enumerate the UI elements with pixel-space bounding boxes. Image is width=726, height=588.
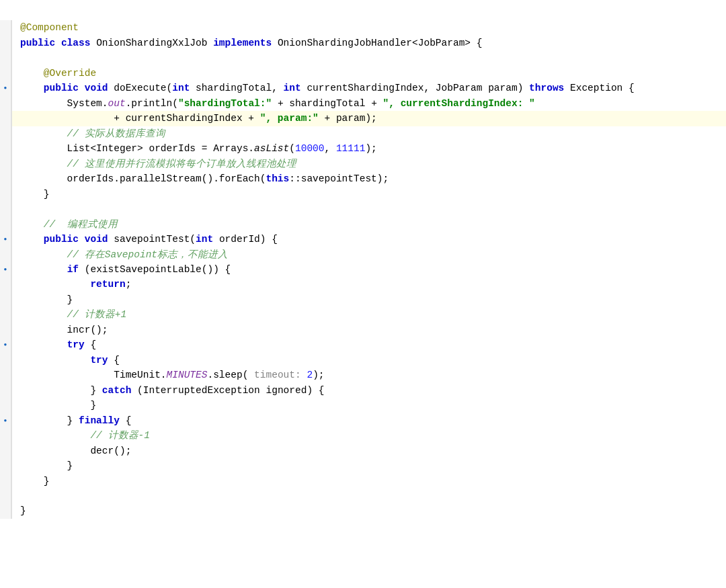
- code-token: );: [365, 141, 376, 156]
- code-token: OnionShardingJobHandler<JobParam> {: [272, 36, 482, 50]
- code-line: @Component: [0, 20, 726, 35]
- line-gutter: [0, 474, 12, 489]
- line-content: @Override: [12, 66, 726, 81]
- code-token: }: [20, 503, 26, 518]
- code-line: List<Integer> orderIds = Arrays.asList(1…: [0, 141, 726, 156]
- code-token: try: [90, 353, 108, 368]
- code-token: savepointTest(: [108, 232, 196, 247]
- code-line: return;: [0, 277, 726, 292]
- code-token: (existSavepointLable()) {: [79, 262, 231, 277]
- code-token: ;: [126, 277, 132, 292]
- code-token: {: [85, 337, 96, 352]
- code-token: incr();: [20, 323, 108, 337]
- line-gutter: [0, 428, 12, 443]
- code-token: Exception {: [564, 81, 634, 95]
- line-content: return;: [12, 277, 726, 292]
- code-token: @Component: [20, 20, 79, 35]
- code-token: ,: [325, 141, 336, 156]
- code-line: }: [0, 187, 726, 202]
- code-token: int: [172, 81, 190, 95]
- code-token: "shardingTotal:": [178, 96, 272, 111]
- code-line: // 存在Savepoint标志，不能进入: [0, 247, 726, 262]
- code-token: {: [120, 413, 131, 428]
- code-token: );: [313, 368, 324, 382]
- line-gutter: [0, 20, 12, 35]
- line-gutter: [0, 157, 12, 171]
- code-token: 2: [307, 368, 313, 382]
- line-gutter: [0, 323, 12, 337]
- code-token: [20, 353, 90, 368]
- line-content: + currentShardingIndex + ", param:" + pa…: [12, 111, 726, 126]
- code-token: asList: [254, 141, 289, 156]
- line-content: decr();: [12, 444, 726, 458]
- code-line: // 计数器+1: [0, 307, 726, 322]
- line-gutter: [0, 247, 12, 262]
- line-content: }: [12, 474, 726, 489]
- code-token: List<Integer> orderIds = Arrays.: [20, 141, 254, 156]
- line-gutter: [0, 337, 12, 352]
- code-token: shardingTotal,: [190, 81, 283, 95]
- code-token: orderIds.parallelStream().forEach(: [20, 171, 266, 186]
- code-token: System.: [20, 96, 108, 111]
- code-token: }: [20, 458, 73, 473]
- code-token: .println(: [126, 96, 178, 111]
- code-line: }: [0, 474, 726, 489]
- code-token: [79, 232, 85, 247]
- code-token: }: [20, 187, 50, 202]
- line-gutter: [0, 368, 12, 382]
- code-token: (InterruptedException ignored) {: [131, 383, 324, 398]
- code-token: ::savepointTest);: [289, 171, 389, 186]
- code-token: }: [20, 413, 79, 428]
- code-token: TimeUnit.: [20, 368, 167, 382]
- line-content: // 计数器+1: [12, 307, 726, 322]
- code-token: doExecute(: [108, 81, 173, 95]
- code-line: orderIds.parallelStream().forEach(this::…: [0, 171, 726, 186]
- line-content: if (existSavepointLable()) {: [12, 262, 726, 277]
- code-line: }: [0, 503, 726, 518]
- code-line: [0, 50, 726, 65]
- code-line: // 计数器-1: [0, 428, 726, 443]
- line-content: [12, 489, 726, 503]
- line-content: }: [12, 398, 726, 413]
- line-gutter: [0, 383, 12, 398]
- code-token: public: [44, 81, 79, 95]
- code-token: public: [44, 232, 79, 247]
- line-gutter: [0, 444, 12, 458]
- code-token: class: [61, 36, 91, 50]
- line-gutter: [0, 81, 12, 95]
- code-token: }: [20, 292, 73, 307]
- code-token: int: [196, 232, 213, 247]
- code-token: }: [20, 398, 96, 413]
- code-token: + shardingTotal +: [272, 96, 382, 111]
- code-line: if (existSavepointLable()) {: [0, 262, 726, 277]
- code-token: void: [85, 232, 108, 247]
- line-gutter: [0, 187, 12, 202]
- code-line: public void doExecute(int shardingTotal,…: [0, 81, 726, 95]
- code-token: .sleep(: [207, 368, 254, 382]
- code-line: + currentShardingIndex + ", param:" + pa…: [0, 111, 726, 126]
- code-token: + param);: [319, 111, 377, 126]
- code-line: decr();: [0, 444, 726, 458]
- code-token: return: [90, 277, 125, 292]
- code-token: [20, 232, 44, 247]
- code-token: {: [108, 353, 120, 368]
- code-token: ", param:": [260, 111, 319, 126]
- line-gutter: [0, 262, 12, 277]
- code-token: this: [266, 171, 289, 186]
- line-content: }: [12, 458, 726, 473]
- line-content: System.out.println("shardingTotal:" + sh…: [12, 96, 726, 111]
- line-gutter: [0, 292, 12, 307]
- code-line: TimeUnit.MINUTES.sleep( timeout: 2);: [0, 368, 726, 382]
- code-line: // 实际从数据库查询: [0, 126, 726, 141]
- code-token: OnionShardingXxlJob: [90, 36, 213, 50]
- line-gutter: [0, 458, 12, 473]
- line-gutter: [0, 66, 12, 81]
- code-token: orderId) {: [213, 232, 278, 247]
- line-gutter: [0, 111, 12, 126]
- code-line: }: [0, 458, 726, 473]
- line-gutter: [0, 171, 12, 186]
- code-token: currentShardingIndex, JobParam param): [301, 81, 529, 95]
- code-line: try {: [0, 353, 726, 368]
- line-content: // 存在Savepoint标志，不能进入: [12, 247, 726, 262]
- line-gutter: [0, 277, 12, 292]
